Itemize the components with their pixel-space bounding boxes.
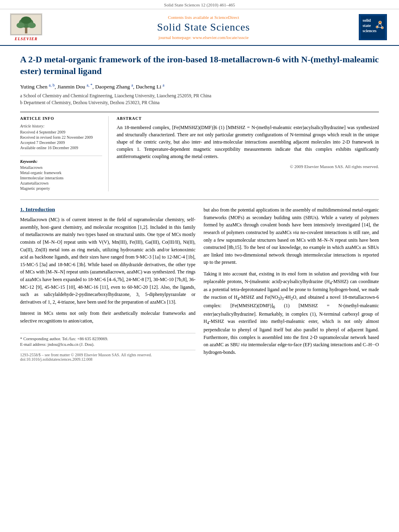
journal-homepage: journal homepage: www.elsevier.com/locat… [48,35,359,40]
article-body: A 2-D metal-organic framework of the iro… [0,46,399,370]
keyword-3: Intermolecular interactions [20,176,102,180]
author-dacheng: Dacheng Li a [136,84,165,90]
introduction-heading: 1. Introduction [20,206,195,213]
svg-point-4 [28,23,36,28]
right-column: but also from the potential applications… [204,206,379,361]
journal-logo-right: solid state sciences [359,14,387,40]
article-title: A 2-D metal-organic framework of the iro… [20,54,379,77]
homepage-url: www.elsevier.com/locate/ssscie [193,35,249,40]
journal-citation-text: Solid State Sciences 12 (2010) 461–465 [164,2,235,7]
main-content: 1. Introduction Metallacrown (MC) is of … [20,199,379,361]
abstract-text: An 18-membered complex, [Fe(MMSHZ)(DMF)]… [117,124,379,160]
author-jianmin: Jianmin Dou a, * [57,84,92,90]
svg-text:solid: solid [363,18,371,23]
author-yuting: Yuting Chen a, b [20,84,55,90]
history-label: Article history: [20,124,102,128]
keyword-5: Magnetic property [20,186,102,191]
keywords-section: Keywords: Metallacrown Metal-organic fra… [20,156,102,191]
journal-citation: Solid State Sciences 12 (2010) 461–465 [0,0,399,9]
sciencedirect-name: ScienceDirect [214,15,239,20]
journal-header: ELSEVIER Contents lists available at Sci… [0,9,399,46]
intro-para2: Interest in MCs stems not only from thei… [20,310,195,325]
left-column: 1. Introduction Metallacrown (MC) is of … [20,206,195,361]
footer-ids: 1293-2558/$ – see front matter © 2009 El… [20,350,195,362]
author-daopeng: Daopeng Zhang a [95,84,133,90]
intro-para1: Metallacrown (MC) is of current interest… [20,216,195,306]
svg-text:state: state [363,23,371,28]
journal-title: Solid State Sciences [48,21,359,33]
elsevier-text: ELSEVIER [15,37,38,41]
keywords-label: Keywords: [20,159,102,164]
page: Solid State Sciences 12 (2010) 461–465 [0,0,399,532]
received-date: Received 4 September 2009 [20,130,102,134]
elsevier-logo: ELSEVIER [4,13,48,41]
keyword-4: Azametallacrown [20,181,102,185]
svg-text:sciences: sciences [363,29,376,33]
keyword-2: Metal-organic framework [20,170,102,175]
affiliation-b: b Department of Chemistry, Dezhou Univer… [20,99,379,106]
copyright: © 2009 Elsevier Masson SAS. All rights r… [117,164,379,169]
right-para1: but also from the potential applications… [204,206,379,266]
contents-text: Contents lists available at [168,15,213,20]
issn-line: 1293-2558/$ – see front matter © 2009 El… [20,353,195,357]
right-para2: Taking it into account that, existing in… [204,270,379,356]
svg-point-3 [16,23,25,28]
sciencedirect-link: Contents lists available at ScienceDirec… [48,15,359,20]
article-info: ARTICLE INFO Article history: Received 4… [20,116,109,191]
homepage-text: journal homepage: [158,35,193,40]
journal-center: Contents lists available at ScienceDirec… [48,15,359,40]
received-revised: Received in revised form 22 November 200… [20,135,102,140]
abstract-section: ABSTRACT An 18-membered complex, [Fe(MMS… [117,116,379,191]
article-info-heading: ARTICLE INFO [20,116,102,121]
abstract-heading: ABSTRACT [117,116,379,121]
available-date: Available online 16 December 2009 [20,146,102,150]
accepted-date: Accepted 7 December 2009 [20,140,102,145]
doi-line: doi:10.1016/j.solidstatesciences.2009.12… [20,357,195,362]
svg-point-5 [21,16,31,24]
elsevier-logo-image [10,13,42,35]
affiliation-a: a School of Chemistry and Chemical Engin… [20,92,379,99]
footnotes: * Corresponding author. Tel./fax: +86 63… [20,333,195,347]
info-abstract-section: ARTICLE INFO Article history: Received 4… [20,112,379,191]
footnote-email: E-mail address: jndou@lcu.edu.cn (J. Dou… [20,342,195,347]
footnote-corresponding: * Corresponding author. Tel./fax: +86 63… [20,337,195,341]
authors: Yuting Chen a, b, Jianmin Dou a, *, Daop… [20,82,379,90]
keyword-1: Metallacrown [20,165,102,170]
affiliations: a School of Chemistry and Chemical Engin… [20,92,379,107]
